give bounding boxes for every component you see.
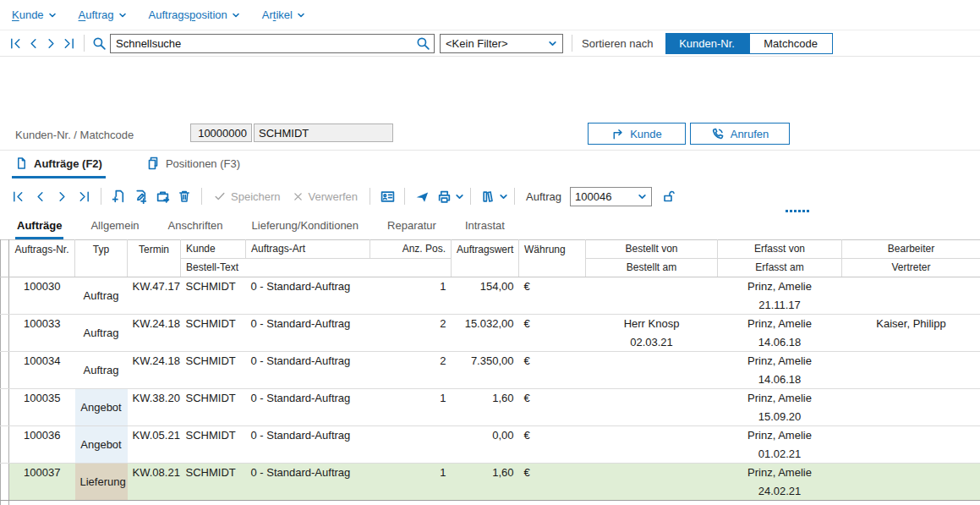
subtab-lieferung-konditionen[interactable]: Lieferung/Konditionen [250,214,361,239]
record-label: Auftrag [526,190,561,203]
table-row[interactable]: 100034 Auftrag KW.24.18 SCHMIDT 0 - Stan… [1,352,980,371]
delete-button[interactable] [174,186,194,206]
orders-table-header: Auftrags-Nr. Typ Termin Kunde Auftrags-A… [1,240,980,277]
cell-typ: Auftrag [75,352,128,389]
menu-artikel[interactable]: Artikel [262,8,305,21]
search-bar: <Kein Filter> Sortieren nach Kunden-Nr. … [0,30,980,57]
print-button[interactable] [434,186,454,206]
table-row-second-line[interactable]: 01.02.21 [1,445,980,464]
table-row[interactable]: 100037 Lieferung KW.08.21 SCHMIDT 0 - St… [1,464,980,482]
col-header-auftragswert[interactable]: Auftragswert [452,240,519,277]
tab-auftraege[interactable]: Aufträge (F2) [12,151,106,178]
col-header-waehrung[interactable]: Währung [519,240,586,277]
col-header-bestellt-am[interactable]: Bestellt am [586,259,718,277]
subtab-reparatur[interactable]: Reparatur [386,214,438,239]
col-header-termin[interactable]: Termin [128,240,181,277]
nav-first-icon [9,37,22,50]
table-row[interactable]: 100035 Angebot KW.38.20 SCHMIDT 0 - Stan… [1,389,980,408]
nav-first-icon [12,190,25,203]
col-header-typ[interactable]: Typ [75,240,128,277]
reports-button[interactable] [478,186,498,206]
chevron-down-icon [638,192,647,201]
cell-auftrags-nr: 100034 [9,352,75,371]
col-header-kunde[interactable]: Kunde [181,240,246,259]
cell-erfasst-von: Prinz, Amelie [718,315,842,333]
subtab-anschriften[interactable]: Anschriften [167,214,225,239]
nav-prev-icon [34,190,47,203]
table-row-second-line[interactable]: 02.03.21 14.06.18 [1,333,980,352]
new-record-button[interactable] [108,186,129,206]
copy-record-button[interactable] [130,186,151,206]
paper-plane-icon [415,189,430,204]
call-button[interactable]: Anrufen [690,123,790,145]
col-header-vertreter[interactable]: Vertreter [842,259,980,277]
menu-auftrag[interactable]: Auftrag [79,8,127,21]
customer-matchcode-field[interactable] [254,124,393,142]
menu-kunde[interactable]: Kunde [12,8,57,21]
divider [514,188,515,205]
cell-anz-pos: 1 [370,389,452,408]
sort-kundennr-button[interactable]: Kunden-Nr. [665,33,749,54]
table-row[interactable]: 100033 Auftrag KW.24.18 SCHMIDT 0 - Stan… [1,315,980,333]
nav-next-button[interactable] [42,34,60,52]
record-first-button[interactable] [8,186,28,206]
search-button[interactable] [90,34,108,52]
col-header-bearbeiter[interactable]: Bearbeiter [842,240,980,259]
cell-bearbeiter [842,389,980,408]
subtab-intrastat[interactable]: Intrastat [463,214,506,239]
tab-positionen[interactable]: Positionen (F3) [143,151,244,178]
nav-first-button[interactable] [7,34,25,52]
search-input-icon[interactable] [416,36,430,53]
sub-tab-strip: Aufträge Allgemein Anschriften Lieferung… [0,214,980,239]
table-row[interactable]: 100030 Auftrag KW.47.17 SCHMIDT 0 - Stan… [1,277,980,296]
search-input[interactable] [110,34,435,53]
record-dropdown[interactable]: 100046 [570,187,652,206]
divider [404,188,405,205]
nav-last-button[interactable] [60,34,78,52]
cell-kunde: SCHMIDT [181,426,246,445]
table-row-second-line[interactable]: 21.11.17 [1,296,980,315]
contact-card-button[interactable] [377,186,397,206]
record-next-button[interactable] [52,186,72,206]
nav-prev-button[interactable] [25,34,42,52]
document-plus-icon [112,189,126,204]
cell-bestellt-von [586,352,718,371]
document-icon [15,156,28,170]
sort-matchcode-button[interactable]: Matchcode [749,33,833,54]
subtab-allgemein[interactable]: Allgemein [89,214,140,239]
send-button[interactable] [412,186,432,206]
record-prev-button[interactable] [30,186,50,206]
customer-number-field[interactable] [190,124,252,142]
table-row-second-line[interactable]: 14.06.18 [1,371,980,389]
cell-typ: Lieferung [75,464,128,501]
goto-customer-button[interactable]: Kunde [588,123,686,145]
chevron-down-icon[interactable] [499,192,508,201]
cell-bestellt-von: Herr Knosp [586,315,718,333]
col-header-bestellt-von[interactable]: Bestellt von [586,240,718,259]
col-header-anz-pos[interactable]: Anz. Pos. [370,240,452,259]
col-header-erfasst-von[interactable]: Erfasst von [718,240,842,259]
table-row-second-line[interactable]: 24.02.21 [1,482,980,501]
lock-button[interactable] [659,186,679,206]
table-row-second-line[interactable]: 15.09.20 [1,408,980,426]
cell-waehrung: € [519,277,586,296]
sort-toggle: Kunden-Nr. Matchcode [665,33,833,54]
menu-auftragsposition[interactable]: Auftragsposition [149,8,240,21]
chevron-down-icon[interactable] [455,192,464,201]
col-header-bestell-text[interactable]: Bestell-Text [181,259,452,277]
cell-typ: Auftrag [75,315,128,352]
discard-button[interactable]: Verwerfen [293,190,359,203]
cell-bestellt-von [586,277,718,296]
col-header-erfasst-am[interactable]: Erfasst am [718,259,842,277]
subtab-auftraege[interactable]: Aufträge [15,214,63,239]
filter-dropdown[interactable]: <Kein Filter> [440,34,563,53]
col-header-auftrags-art[interactable]: Auftrags-Art [246,240,370,259]
cell-bestellt-von [586,389,718,408]
col-header-auftrags-nr[interactable]: Auftrags-Nr. [9,240,75,277]
cell-erfasst-am: 15.09.20 [718,408,842,426]
new-case-button[interactable] [152,186,172,206]
save-button[interactable]: Speichern [214,190,281,203]
splitter-handle[interactable] [786,210,809,212]
table-row[interactable]: 100036 Angebot KW.05.21 SCHMIDT 0 - Stan… [1,426,980,445]
record-last-button[interactable] [74,186,94,206]
